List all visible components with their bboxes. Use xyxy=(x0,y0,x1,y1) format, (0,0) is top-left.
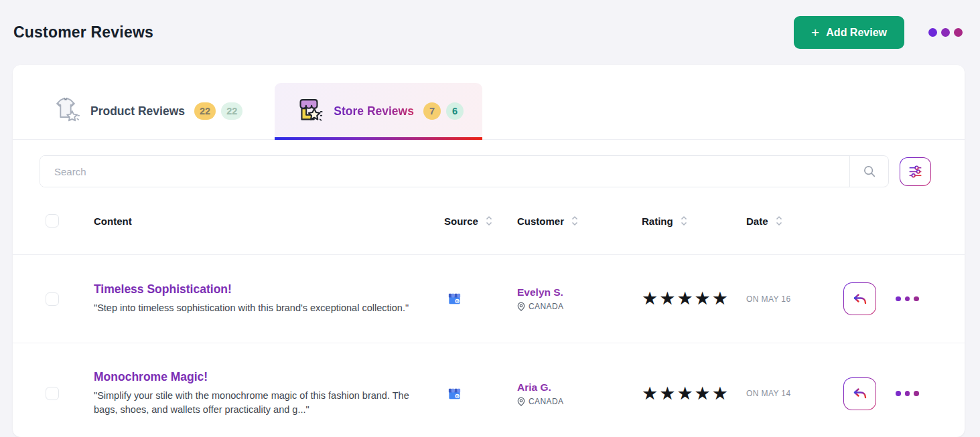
tab-badges: 22 22 xyxy=(194,102,242,120)
column-header-date[interactable]: Date xyxy=(746,214,843,228)
dot-icon xyxy=(954,28,963,37)
reviews-card: Product Reviews 22 22 Store Reviews 7 6 xyxy=(13,65,965,437)
badge-count-secondary: 22 xyxy=(221,102,242,120)
row-menu-dots[interactable] xyxy=(896,391,919,396)
star-rating: ★★★★★ xyxy=(642,385,746,403)
review-source-cell: G xyxy=(444,386,517,402)
review-customer-cell: Aria G. CANADA xyxy=(517,381,642,406)
dot-icon xyxy=(941,28,950,37)
customer-name[interactable]: Evelyn S. xyxy=(517,286,642,298)
search-input[interactable] xyxy=(40,156,849,187)
review-source-cell: G xyxy=(444,291,517,307)
dot-icon xyxy=(896,296,901,302)
tab-label: Store Reviews xyxy=(334,104,414,118)
add-review-button[interactable]: + Add Review xyxy=(794,16,904,49)
reply-arrow-icon xyxy=(852,291,868,307)
google-business-icon: G xyxy=(447,386,462,402)
map-pin-icon xyxy=(517,397,525,406)
dot-icon xyxy=(914,391,919,396)
map-pin-icon xyxy=(517,302,525,311)
row-checkbox[interactable] xyxy=(46,292,59,306)
review-customer-cell: Evelyn S. CANADA xyxy=(517,286,642,311)
badge-count-secondary: 6 xyxy=(446,102,464,120)
customer-name[interactable]: Aria G. xyxy=(517,381,642,394)
review-content-cell: Timeless Sophistication! "Step into time… xyxy=(94,282,444,315)
row-actions xyxy=(843,282,965,315)
review-title[interactable]: Monochrome Magic! xyxy=(94,370,444,384)
customer-location: CANADA xyxy=(529,397,563,406)
badge-count-primary: 7 xyxy=(423,102,441,120)
reply-button[interactable] xyxy=(843,282,876,315)
dot-icon xyxy=(905,391,910,396)
review-excerpt: "Step into timeless sophistication with … xyxy=(94,301,429,315)
tab-label: Product Reviews xyxy=(90,104,185,118)
review-row: Monochrome Magic! "Simplify your stile w… xyxy=(13,343,965,437)
sort-chevrons-icon[interactable] xyxy=(775,214,783,228)
tabs-bar: Product Reviews 22 22 Store Reviews 7 6 xyxy=(13,65,965,140)
page-header: Customer Reviews + Add Review xyxy=(0,0,980,65)
dot-icon xyxy=(928,28,937,37)
row-checkbox[interactable] xyxy=(46,387,59,400)
column-header-content: Content xyxy=(94,215,444,227)
page-title: Customer Reviews xyxy=(13,23,153,41)
tab-store-reviews[interactable]: Store Reviews 7 6 xyxy=(275,83,482,139)
review-content-cell: Monochrome Magic! "Simplify your stile w… xyxy=(94,370,444,417)
search-icon[interactable] xyxy=(849,156,888,187)
storefront-star-icon xyxy=(293,94,324,128)
sliders-icon xyxy=(908,164,923,179)
tab-product-reviews[interactable]: Product Reviews 22 22 xyxy=(31,83,261,139)
review-title[interactable]: Timeless Sophistication! xyxy=(94,282,444,296)
review-date: ON MAY 16 xyxy=(746,294,843,304)
search-row xyxy=(13,140,965,187)
column-header-customer[interactable]: Customer xyxy=(517,214,642,228)
column-header-source[interactable]: Source xyxy=(444,214,517,228)
plus-icon: + xyxy=(811,25,819,39)
star-rating: ★★★★★ xyxy=(642,290,746,308)
dot-icon xyxy=(896,391,901,396)
reply-button[interactable] xyxy=(843,377,876,410)
dot-icon xyxy=(905,296,910,302)
badge-count-primary: 22 xyxy=(194,102,216,120)
filter-button[interactable] xyxy=(900,157,931,186)
active-tab-underline xyxy=(275,137,482,140)
google-business-icon: G xyxy=(447,291,462,307)
svg-text:G: G xyxy=(456,394,459,398)
reply-arrow-icon xyxy=(852,385,868,402)
sort-chevrons-icon[interactable] xyxy=(680,214,688,228)
row-menu-dots[interactable] xyxy=(896,296,919,302)
header-menu-dots[interactable] xyxy=(928,28,963,37)
tab-badges: 7 6 xyxy=(423,102,464,120)
table-header-row: Content Source Customer Rating Date xyxy=(13,187,965,255)
dot-icon xyxy=(914,296,919,302)
row-actions xyxy=(843,377,965,410)
svg-text:G: G xyxy=(456,299,459,303)
review-row: Timeless Sophistication! "Step into time… xyxy=(13,255,965,343)
add-review-label: Add Review xyxy=(826,27,887,39)
select-all-checkbox[interactable] xyxy=(46,214,59,228)
header-actions: + Add Review xyxy=(794,16,963,49)
search-box xyxy=(40,155,889,187)
tshirt-star-icon xyxy=(50,94,81,128)
column-header-rating[interactable]: Rating xyxy=(642,214,746,228)
review-excerpt: "Simplify your stile with the monochrome… xyxy=(94,389,429,417)
customer-location: CANADA xyxy=(529,302,563,311)
review-date: ON MAY 14 xyxy=(746,389,843,398)
sort-chevrons-icon[interactable] xyxy=(571,214,579,228)
sort-chevrons-icon[interactable] xyxy=(485,214,493,228)
